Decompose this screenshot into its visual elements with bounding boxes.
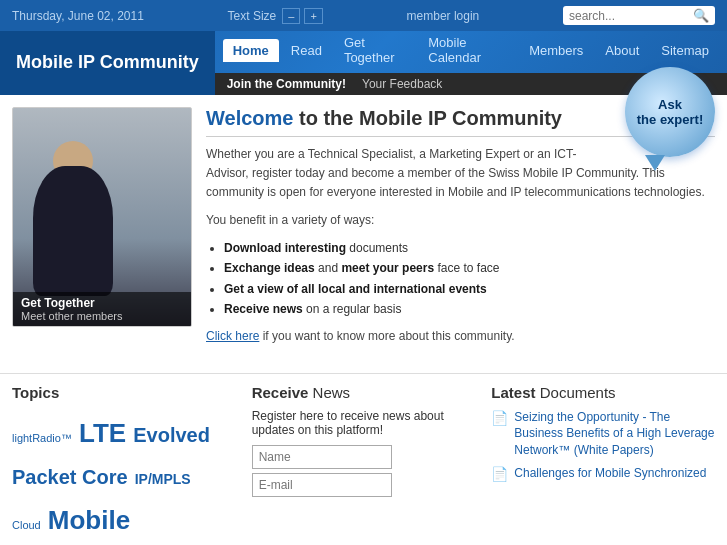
main-column: Askthe expert! Welcome to the Mobile IP … [206, 107, 715, 361]
topics-heading: Topics [12, 384, 236, 401]
receive-news-heading: Receive News [252, 384, 476, 401]
welcome-para2: You benefit in a variety of ways: [206, 211, 715, 230]
search-input[interactable] [569, 9, 689, 23]
bottom-area: Topics lightRadio™ LTE Evolved Packet Co… [0, 373, 727, 546]
nav-item-get-together[interactable]: Get Together [334, 31, 416, 69]
receive-bold: Receive [252, 384, 309, 401]
ask-expert-bubble[interactable]: Askthe expert! [625, 67, 715, 157]
nav-item-sitemap[interactable]: Sitemap [651, 39, 719, 62]
text-size-decrease[interactable]: – [282, 8, 300, 24]
nav-item-about[interactable]: About [595, 39, 649, 62]
hero-image: Get Together Meet other members [12, 107, 192, 327]
topic-evolved[interactable]: Evolved [133, 424, 210, 446]
search-box: 🔍 [563, 6, 715, 25]
bullet-3: Get a view of all local and internationa… [224, 279, 715, 299]
left-column: Get Together Meet other members [12, 107, 192, 361]
latest-rest: Documents [540, 384, 616, 401]
topic-cloud[interactable]: Cloud [12, 519, 41, 531]
doc-text-2: Challenges for Mobile Synchronized [514, 465, 706, 482]
hero-caption: Get Together Meet other members [13, 292, 191, 326]
topic-cloud: lightRadio™ LTE Evolved Packet Core IP/M… [12, 409, 236, 546]
topic-lte[interactable]: LTE [79, 418, 126, 448]
click-here-rest: if you want to know more about this comm… [259, 329, 514, 343]
sub-nav-join[interactable]: Join the Community! [227, 77, 346, 91]
topic-packet-core[interactable]: Packet Core [12, 466, 128, 488]
name-input[interactable] [252, 445, 392, 469]
nav-item-mobile-calendar[interactable]: Mobile Calendar [418, 31, 517, 69]
doc-item-1[interactable]: 📄 Seizing the Opportunity - The Business… [491, 409, 715, 459]
main-nav: Home Read Get Together Mobile Calendar M… [215, 31, 727, 73]
bullet-4: Receive news on a regular basis [224, 299, 715, 319]
nav-item-read[interactable]: Read [281, 39, 332, 62]
click-here-para: Click here if you want to know more abou… [206, 327, 715, 346]
latest-docs-section: Latest Documents 📄 Seizing the Opportuni… [491, 384, 715, 546]
content-area: Get Together Meet other members Askthe e… [0, 95, 727, 373]
text-size-control: Text Size – + [228, 8, 323, 24]
doc-item-2[interactable]: 📄 Challenges for Mobile Synchronized [491, 465, 715, 482]
header: Mobile IP Community Home Read Get Togeth… [0, 31, 727, 95]
topic-mobile[interactable]: Mobile [48, 505, 130, 535]
welcome-section: Askthe expert! Welcome to the Mobile IP … [206, 107, 715, 347]
sub-nav-feedback[interactable]: Your Feedback [362, 77, 442, 91]
topic-lightradio[interactable]: lightRadio™ [12, 432, 72, 444]
text-size-label: Text Size [228, 9, 277, 23]
doc-text-1: Seizing the Opportunity - The Business B… [514, 409, 715, 459]
welcome-para1: Whether you are a Technical Specialist, … [206, 145, 715, 203]
top-bar: Thursday, June 02, 2011 Text Size – + me… [0, 0, 727, 31]
welcome-rest: to the Mobile IP Community [293, 107, 562, 129]
text-size-buttons: – + [282, 8, 323, 24]
caption-title: Get Together [21, 296, 183, 310]
topic-ipmpls[interactable]: IP/MPLS [135, 471, 191, 487]
welcome-bold: Welcome [206, 107, 293, 129]
date-label: Thursday, June 02, 2011 [12, 9, 144, 23]
bullet-2: Exchange ideas and meet your peers face … [224, 258, 715, 278]
receive-rest: News [313, 384, 351, 401]
latest-docs-heading: Latest Documents [491, 384, 715, 401]
email-input[interactable] [252, 473, 392, 497]
receive-news-section: Receive News Register here to receive ne… [252, 384, 476, 546]
text-size-increase[interactable]: + [304, 8, 322, 24]
doc-icon-2: 📄 [491, 466, 508, 482]
receive-description: Register here to receive news about upda… [252, 409, 476, 437]
latest-bold: Latest [491, 384, 535, 401]
welcome-bullets: Download interesting documents Exchange … [224, 238, 715, 320]
bullet-1: Download interesting documents [224, 238, 715, 258]
doc-icon-1: 📄 [491, 410, 508, 426]
ask-expert-text: Askthe expert! [637, 97, 703, 127]
nav-item-members[interactable]: Members [519, 39, 593, 62]
member-login-link[interactable]: member login [407, 9, 480, 23]
click-here-link[interactable]: Click here [206, 329, 259, 343]
topics-section: Topics lightRadio™ LTE Evolved Packet Co… [12, 384, 236, 546]
search-icon[interactable]: 🔍 [693, 8, 709, 23]
nav-item-home[interactable]: Home [223, 39, 279, 62]
site-title: Mobile IP Community [0, 31, 215, 95]
figure-silhouette [33, 166, 113, 296]
caption-sub: Meet other members [21, 310, 183, 322]
